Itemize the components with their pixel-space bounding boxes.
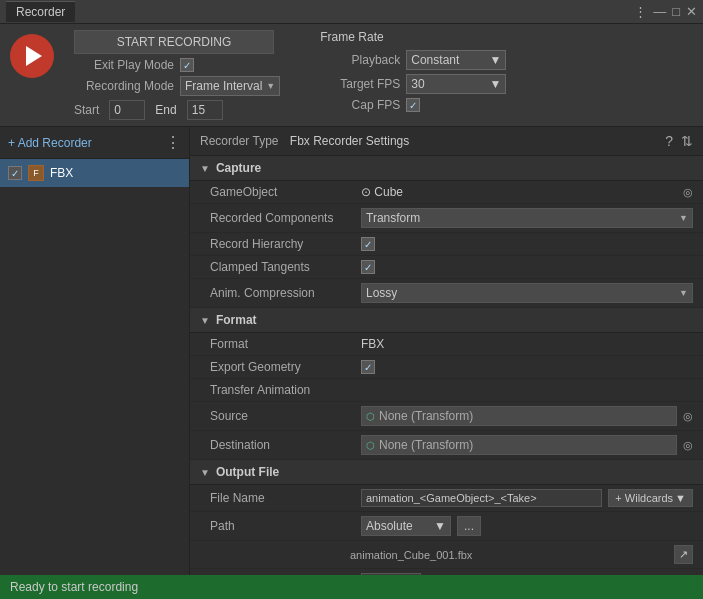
fbx-icon: F — [28, 165, 44, 181]
destination-label: Destination — [210, 438, 355, 452]
chevron-down-icon: ▼ — [266, 81, 275, 91]
collapse-arrow-icon: ▼ — [200, 467, 210, 478]
capture-section-header[interactable]: ▼ Capture — [190, 156, 703, 181]
recording-mode-dropdown[interactable]: Frame Interval ▼ — [180, 76, 280, 96]
recorded-components-row: Recorded Components Transform ▼ — [190, 204, 703, 233]
start-label: Start — [74, 103, 99, 117]
resolved-path-row: animation_Cube_001.fbx ↗ — [190, 541, 703, 569]
chevron-down-icon: ▼ — [679, 213, 688, 223]
header-icons: ? ⇅ — [665, 133, 693, 149]
chevron-down-icon: ▼ — [489, 53, 501, 67]
right-panel-header: Recorder Type Fbx Recorder Settings ? ⇅ — [190, 127, 703, 156]
recorded-components-label: Recorded Components — [210, 211, 355, 225]
format-section-header[interactable]: ▼ Format — [190, 308, 703, 333]
destination-dot-icon: ⬡ — [366, 440, 375, 451]
playback-label: Playback — [320, 53, 400, 67]
source-dot-icon: ⬡ — [366, 411, 375, 422]
kebab-menu-icon[interactable]: ⋮ — [165, 133, 181, 152]
maximize-icon[interactable]: □ — [672, 4, 680, 19]
start-end-row: Start End — [74, 100, 280, 120]
cap-fps-label: Cap FPS — [320, 98, 400, 112]
title-actions: ⋮ — □ ✕ — [634, 4, 697, 19]
left-panel-header: + Add Recorder ⋮ — [0, 127, 189, 159]
menu-icon[interactable]: ⋮ — [634, 4, 647, 19]
minimize-icon[interactable]: — — [653, 4, 666, 19]
destination-target-icon[interactable]: ◎ — [683, 439, 693, 452]
gameobject-label: GameObject — [210, 185, 355, 199]
exit-play-mode-checkbox[interactable]: ✓ — [180, 58, 194, 72]
source-label: Source — [210, 409, 355, 423]
browse-button[interactable]: ... — [457, 516, 481, 536]
title-bar: Recorder ⋮ — □ ✕ — [0, 0, 703, 24]
toolbar-controls: START RECORDING Exit Play Mode ✓ Recordi… — [74, 30, 280, 120]
gameobject-value: ⊙ Cube — [361, 185, 677, 199]
chevron-down-icon: ▼ — [675, 492, 686, 504]
recording-mode-label: Recording Mode — [74, 79, 174, 93]
chevron-down-icon: ▼ — [679, 288, 688, 298]
path-label: Path — [210, 519, 355, 533]
output-file-section-header[interactable]: ▼ Output File — [190, 460, 703, 485]
frame-rate-title: Frame Rate — [320, 30, 506, 44]
transfer-anim-row: Transfer Animation — [190, 379, 703, 402]
filename-row: File Name + Wildcards ▼ — [190, 485, 703, 512]
title-tab[interactable]: Recorder — [6, 1, 75, 22]
start-field[interactable] — [109, 100, 145, 120]
transfer-anim-label: Transfer Animation — [210, 383, 355, 397]
status-bar: Ready to start recording — [0, 575, 703, 599]
record-hierarchy-label: Record Hierarchy — [210, 237, 355, 251]
export-geometry-checkbox[interactable]: ✓ — [361, 360, 375, 374]
record-hierarchy-checkbox[interactable]: ✓ — [361, 237, 375, 251]
format-value: FBX — [361, 337, 693, 351]
target-icon[interactable]: ◎ — [683, 186, 693, 199]
start-recording-button[interactable]: START RECORDING — [74, 30, 274, 54]
target-fps-label: Target FPS — [320, 77, 400, 91]
filename-label: File Name — [210, 491, 355, 505]
source-target-icon[interactable]: ◎ — [683, 410, 693, 423]
frame-rate-section: Frame Rate Playback Constant ▼ Target FP… — [320, 30, 506, 112]
collapse-arrow-icon: ▼ — [200, 163, 210, 174]
chevron-down-icon: ▼ — [434, 519, 446, 533]
recorder-name: FBX — [50, 166, 73, 180]
playback-row: Playback Constant ▼ — [320, 50, 506, 70]
resolved-path-text: animation_Cube_001.fbx — [350, 549, 668, 561]
format-section-title: Format — [216, 313, 257, 327]
destination-field[interactable]: ⬡ None (Transform) — [361, 435, 677, 455]
anim-compression-dropdown[interactable]: Lossy ▼ — [361, 283, 693, 303]
format-label: Format — [210, 337, 355, 351]
close-icon[interactable]: ✕ — [686, 4, 697, 19]
exit-play-mode-row: Exit Play Mode ✓ — [74, 58, 280, 72]
clamped-tangents-row: Clamped Tangents ✓ — [190, 256, 703, 279]
settings-icon[interactable]: ⇅ — [681, 133, 693, 149]
wildcards-button[interactable]: + Wildcards ▼ — [608, 489, 693, 507]
record-hierarchy-row: Record Hierarchy ✓ — [190, 233, 703, 256]
target-fps-dropdown[interactable]: 30 ▼ — [406, 74, 506, 94]
path-type-dropdown[interactable]: Absolute ▼ — [361, 516, 451, 536]
help-icon[interactable]: ? — [665, 133, 673, 149]
clamped-tangents-checkbox[interactable]: ✓ — [361, 260, 375, 274]
output-file-section-title: Output File — [216, 465, 279, 479]
main-content: + Add Recorder ⋮ ✓ F FBX Recorder Type F… — [0, 127, 703, 599]
destination-row: Destination ⬡ None (Transform) ◎ — [190, 431, 703, 460]
cap-fps-checkbox[interactable]: ✓ — [406, 98, 420, 112]
recorder-item[interactable]: ✓ F FBX — [0, 159, 189, 187]
play-button[interactable] — [10, 34, 54, 78]
anim-compression-label: Anim. Compression — [210, 286, 355, 300]
source-row: Source ⬡ None (Transform) ◎ — [190, 402, 703, 431]
chevron-down-icon: ▼ — [489, 77, 501, 91]
open-folder-button[interactable]: ↗ — [674, 545, 693, 564]
recorded-components-dropdown[interactable]: Transform ▼ — [361, 208, 693, 228]
end-label: End — [155, 103, 176, 117]
source-field[interactable]: ⬡ None (Transform) — [361, 406, 677, 426]
add-recorder-button[interactable]: + Add Recorder — [8, 136, 92, 150]
end-field[interactable] — [187, 100, 223, 120]
recorder-checkbox[interactable]: ✓ — [8, 166, 22, 180]
path-row: Path Absolute ▼ ... — [190, 512, 703, 541]
export-geometry-label: Export Geometry — [210, 360, 355, 374]
cap-fps-row: Cap FPS ✓ — [320, 98, 506, 112]
clamped-tangents-label: Clamped Tangents — [210, 260, 355, 274]
gameobject-row: GameObject ⊙ Cube ◎ — [190, 181, 703, 204]
collapse-arrow-icon: ▼ — [200, 315, 210, 326]
filename-input[interactable] — [361, 489, 602, 507]
playback-dropdown[interactable]: Constant ▼ — [406, 50, 506, 70]
toolbar: START RECORDING Exit Play Mode ✓ Recordi… — [0, 24, 703, 127]
